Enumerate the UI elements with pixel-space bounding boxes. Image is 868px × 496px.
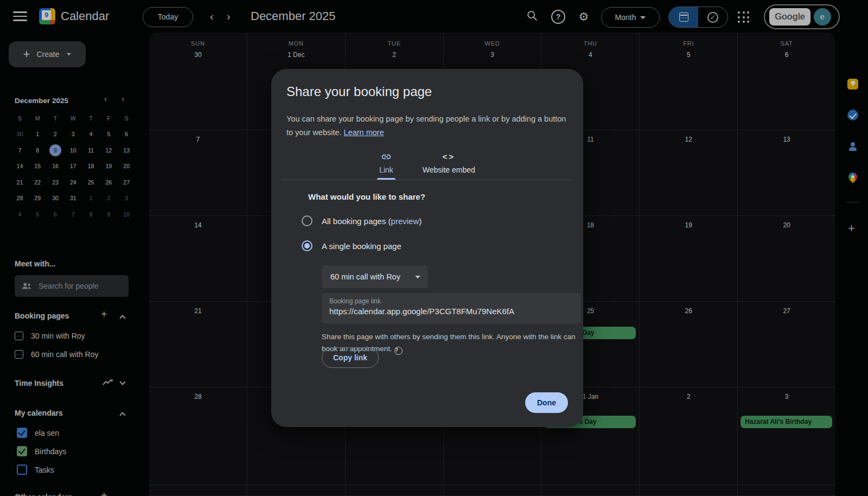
code-icon: <> [443,151,456,162]
done-button[interactable]: Done [525,392,568,413]
dialog-title: Share your booking page [286,84,568,99]
booking-page-dropdown[interactable]: 60 min call with Roy [322,265,428,288]
radio-selected-icon[interactable] [302,240,312,251]
learn-more-link[interactable]: Learn more [344,128,384,137]
share-question: What would you like to share? [308,192,568,201]
share-booking-page-dialog: Share your booking page You can share yo… [271,69,583,427]
preview-link[interactable]: preview [391,217,419,226]
radio-unselected-icon[interactable] [302,215,312,226]
dialog-description: You can share your booking page by sendi… [286,112,570,139]
dialog-tabs: Link <> Website embed [286,151,568,180]
option-single-booking-page[interactable]: A single booking page [302,240,568,251]
divider [282,180,572,180]
link-icon [381,151,392,162]
link-field-value: https://calendar.app.google/P3CGT8FMu79N… [329,307,573,316]
chevron-down-icon [415,276,420,278]
option-all-booking-pages[interactable]: All booking pages (preview) [302,215,568,226]
copy-link-button[interactable]: Copy link [322,347,379,368]
link-field-label: Booking page link [329,297,573,305]
tab-website-embed[interactable]: <> Website embed [423,151,475,180]
tab-link[interactable]: Link [379,151,393,180]
booking-page-link-field[interactable]: Booking page link https://calendar.app.g… [322,293,581,323]
help-icon[interactable]: ? [394,347,403,355]
